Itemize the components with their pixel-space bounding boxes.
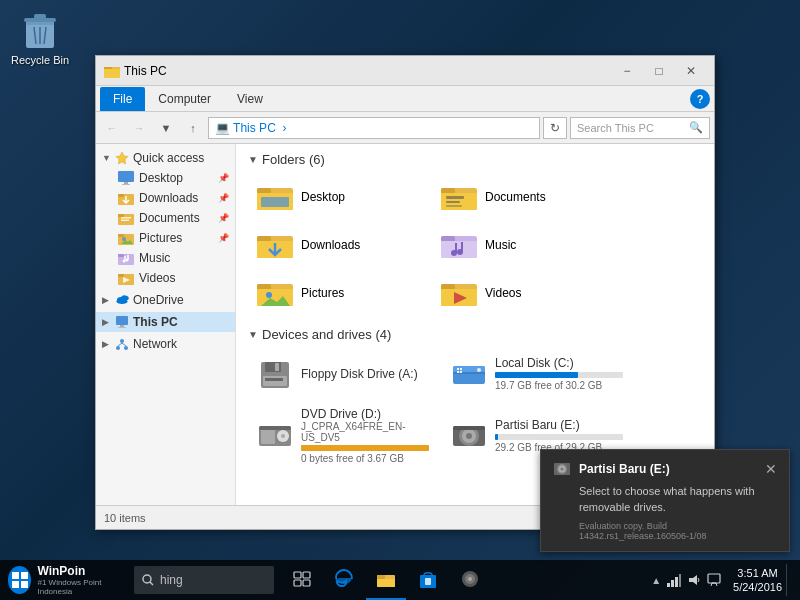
sidebar-item-documents[interactable]: Documents 📌 xyxy=(96,208,235,228)
sidebar-item-videos[interactable]: Videos xyxy=(96,268,235,288)
recycle-bin-icon xyxy=(22,10,58,50)
taskbar-explorer[interactable] xyxy=(366,560,406,600)
localc-name: Local Disk (C:) xyxy=(495,356,623,370)
parte-icon xyxy=(451,420,487,452)
minimize-button[interactable]: − xyxy=(612,61,642,81)
sidebar-music-label: Music xyxy=(139,251,170,265)
network-tray-icon[interactable] xyxy=(667,573,681,587)
action-center-icon[interactable] xyxy=(707,573,721,587)
drive-item-floppy[interactable]: Floppy Disk Drive (A:) xyxy=(248,350,438,397)
svg-point-27 xyxy=(117,299,128,304)
tab-view[interactable]: View xyxy=(224,87,276,111)
svg-point-87 xyxy=(561,468,564,471)
svg-point-31 xyxy=(120,339,124,343)
item-count: 10 items xyxy=(104,512,146,524)
sidebar: ▼ Quick access Desktop 📌 xyxy=(96,144,236,505)
app5-icon xyxy=(461,570,479,588)
music-folder-icon xyxy=(118,251,134,265)
address-path[interactable]: 💻 This PC › xyxy=(208,117,540,139)
svg-point-33 xyxy=(124,346,128,350)
dvd-bar xyxy=(301,445,429,451)
svg-rect-6 xyxy=(104,69,120,78)
address-bar: ← → ▼ ↑ 💻 This PC › ↻ Search This PC 🔍 xyxy=(96,112,714,144)
taskbar-taskview[interactable] xyxy=(282,560,322,600)
desktop-icon xyxy=(118,171,134,185)
thispc-header[interactable]: ▶ This PC xyxy=(96,312,235,332)
tab-file[interactable]: File xyxy=(100,87,145,111)
maximize-button[interactable]: □ xyxy=(644,61,674,81)
refresh-button[interactable]: ↻ xyxy=(543,117,567,139)
svg-rect-97 xyxy=(303,580,310,586)
folder-item-videos[interactable]: Videos xyxy=(432,271,612,315)
tray-expand-icon[interactable]: ▲ xyxy=(651,575,661,586)
taskbar-clock[interactable]: 3:51 AM 5/24/2016 xyxy=(733,566,782,595)
folders-chevron-icon: ▼ xyxy=(248,154,258,165)
drive-item-dvd[interactable]: DVD Drive (D:) J_CPRA_X64FRE_EN-US_DV5 0… xyxy=(248,401,438,470)
drives-section-header[interactable]: ▼ Devices and drives (4) xyxy=(248,327,702,342)
svg-rect-90 xyxy=(12,581,19,588)
toast-title: Partisi Baru (E:) xyxy=(579,462,757,476)
sidebar-item-pictures[interactable]: Pictures 📌 xyxy=(96,228,235,248)
svg-point-77 xyxy=(281,434,285,438)
recycle-bin-label: Recycle Bin xyxy=(11,54,69,66)
quick-access-section: ▼ Quick access Desktop 📌 xyxy=(96,148,235,288)
folder-title-icon xyxy=(104,63,120,79)
folder-item-pictures[interactable]: Pictures xyxy=(248,271,428,315)
back-button[interactable]: ← xyxy=(100,116,124,140)
onedrive-header[interactable]: ▶ OneDrive xyxy=(96,290,235,310)
taskbar-edge[interactable] xyxy=(324,560,364,600)
up-button[interactable]: ↑ xyxy=(181,116,205,140)
svg-point-57 xyxy=(266,292,272,298)
search-box[interactable]: Search This PC 🔍 xyxy=(570,117,710,139)
show-desktop-button[interactable] xyxy=(786,564,792,596)
svg-rect-9 xyxy=(124,182,128,184)
sidebar-documents-label: Documents xyxy=(139,211,200,225)
svg-rect-91 xyxy=(21,581,28,588)
folder-item-music[interactable]: Music xyxy=(432,223,612,267)
onedrive-label: OneDrive xyxy=(133,293,184,307)
recent-locations-button[interactable]: ▼ xyxy=(154,116,178,140)
thispc-chevron: ▶ xyxy=(102,317,112,327)
svg-rect-15 xyxy=(121,217,131,219)
downloads-folder-icon xyxy=(118,191,134,205)
tab-computer[interactable]: Computer xyxy=(145,87,224,111)
quick-access-header[interactable]: ▼ Quick access xyxy=(96,148,235,168)
forward-button[interactable]: → xyxy=(127,116,151,140)
onedrive-chevron: ▶ xyxy=(102,295,112,305)
taskbar-store[interactable] xyxy=(408,560,448,600)
sidebar-item-downloads[interactable]: Downloads 📌 xyxy=(96,188,235,208)
title-controls: − □ ✕ xyxy=(612,61,706,81)
volume-tray-icon[interactable] xyxy=(687,573,701,587)
taskbar-search[interactable]: hing xyxy=(134,566,274,594)
svg-rect-16 xyxy=(121,220,129,222)
folder-item-documents[interactable]: Documents xyxy=(432,175,612,219)
svg-rect-106 xyxy=(667,583,670,587)
toast-close-button[interactable]: ✕ xyxy=(765,461,777,477)
folder-item-downloads[interactable]: Downloads xyxy=(248,223,428,267)
toast-footer: Evaluation copy. Build 14342.rs1_release… xyxy=(553,521,777,541)
drive-item-localc[interactable]: Local Disk (C:) 19.7 GB free of 30.2 GB xyxy=(442,350,632,397)
folder-item-desktop[interactable]: Desktop xyxy=(248,175,428,219)
parte-name: Partisi Baru (E:) xyxy=(495,418,623,432)
svg-rect-21 xyxy=(118,254,124,257)
svg-rect-100 xyxy=(377,579,395,587)
folder-desktop-label: Desktop xyxy=(301,190,345,204)
recycle-bin[interactable]: Recycle Bin xyxy=(10,10,70,66)
pin-icon-downloads: 📌 xyxy=(218,193,229,203)
folders-section-header[interactable]: ▼ Folders (6) xyxy=(248,152,702,167)
folder-documents-label: Documents xyxy=(485,190,546,204)
close-button[interactable]: ✕ xyxy=(676,61,706,81)
taskbar-app5[interactable] xyxy=(450,560,490,600)
parte-bar xyxy=(495,434,498,440)
sidebar-item-desktop[interactable]: Desktop 📌 xyxy=(96,168,235,188)
svg-rect-44 xyxy=(446,201,460,203)
svg-rect-75 xyxy=(261,428,275,444)
network-header[interactable]: ▶ Network xyxy=(96,334,235,354)
svg-rect-88 xyxy=(12,572,19,579)
localc-bar-container xyxy=(495,372,623,378)
sidebar-item-music[interactable]: Music xyxy=(96,248,235,268)
help-button[interactable]: ? xyxy=(690,89,710,109)
network-section: ▶ Network xyxy=(96,334,235,354)
svg-marker-110 xyxy=(689,575,697,585)
svg-rect-94 xyxy=(294,572,301,578)
